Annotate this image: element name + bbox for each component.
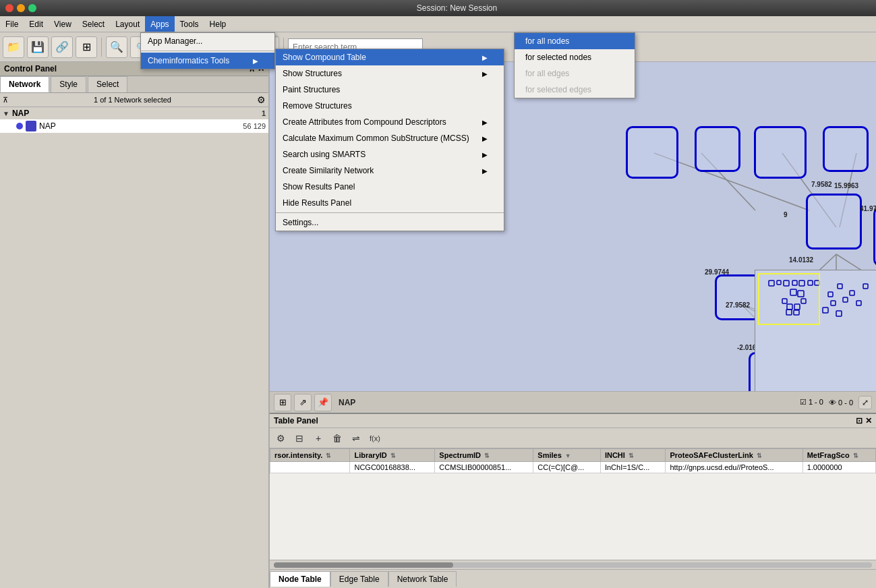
cheminformatics-paint-structures[interactable]: Paint Structures: [276, 82, 504, 98]
sort-icon-cursor: ⇅: [326, 452, 331, 459]
apps-menu-separator: [141, 51, 274, 51]
open-button[interactable]: 📁: [3, 36, 24, 58]
cell-cursor-intensity: [270, 462, 350, 473]
node-10[interactable]: [873, 207, 876, 266]
menu-apps[interactable]: Apps: [145, 16, 174, 32]
menu-help[interactable]: Help: [204, 16, 232, 32]
cell-spectrumid: CCMSLIB00000851...: [435, 462, 533, 473]
tab-edge-table[interactable]: Edge Table: [330, 571, 388, 587]
node-9[interactable]: [806, 194, 862, 249]
table-toolbar: ⚙ ⊟ + 🗑 ⇌ f(x): [270, 428, 876, 448]
calculate-mcss-label: Calculate Maximum Common SubStructure (M…: [283, 134, 469, 143]
apps-cheminformatics[interactable]: Cheminformatics Tools ▶: [141, 53, 274, 69]
menu-tools[interactable]: Tools: [175, 16, 204, 32]
node-11[interactable]: [715, 274, 761, 320]
col-libraryid[interactable]: LibraryID ⇅: [350, 449, 435, 462]
tab-node-table[interactable]: Node Table: [270, 571, 330, 587]
collapse-all-icon[interactable]: ⊼: [3, 96, 8, 105]
show-structures-arrow: ▶: [482, 70, 488, 78]
compound-selected-nodes[interactable]: for selected nodes: [515, 49, 635, 65]
cheminformatics-show-structures[interactable]: Show Structures ▶: [276, 65, 504, 82]
cheminformatics-create-attrs[interactable]: Create Attributes from Compound Descript…: [276, 114, 504, 130]
col-smiles-label: Smiles: [537, 451, 561, 459]
minimize-button[interactable]: [17, 4, 25, 12]
close-table-icon[interactable]: ✕: [865, 416, 872, 425]
zoom-in-button[interactable]: 🔍: [106, 36, 127, 58]
cheminformatics-settings[interactable]: Settings...: [276, 214, 504, 231]
col-smiles[interactable]: Smiles ▼: [533, 449, 601, 462]
close-button[interactable]: [5, 4, 13, 12]
share-button[interactable]: 🔗: [51, 36, 73, 58]
node-1[interactable]: [626, 126, 678, 179]
tab-style[interactable]: Style: [51, 76, 86, 92]
horizontal-scrollbar[interactable]: [270, 560, 876, 569]
sort-icon-metfrag: ⇅: [853, 452, 858, 459]
compound-submenu: for all nodes for selected nodes for all…: [514, 32, 635, 98]
col-inchi[interactable]: INCHI ⇅: [600, 449, 666, 462]
col-metfrag[interactable]: MetFragSco ⇅: [802, 449, 875, 462]
tab-network[interactable]: Network: [0, 76, 49, 92]
network-item-counts: 56 129: [243, 122, 266, 130]
table-link-button[interactable]: ⇌: [348, 430, 364, 446]
tab-select[interactable]: Select: [88, 76, 127, 92]
network-settings-icon[interactable]: ⚙: [257, 94, 266, 105]
menu-layout[interactable]: Layout: [110, 16, 145, 32]
cheminformatics-remove-structures[interactable]: Remove Structures: [276, 98, 504, 114]
maximize-table-icon[interactable]: ⊡: [856, 416, 863, 425]
col-spectrumid[interactable]: SpectrumID ⇅: [435, 449, 533, 462]
compound-all-nodes[interactable]: for all nodes: [515, 33, 635, 49]
cheminformatics-show-compound[interactable]: Show Compound Table ▶: [276, 49, 504, 65]
network-panel-content: ⊼ 1 of 1 Network selected ⚙ ▼ NAP 1 NAP …: [0, 93, 268, 588]
col-inchi-label: INCHI: [605, 451, 625, 459]
network-group-nap[interactable]: ▼ NAP 1: [0, 107, 268, 119]
node-2[interactable]: [695, 126, 740, 172]
network-item-nap[interactable]: NAP 56 129: [0, 119, 268, 133]
maximize-button[interactable]: [28, 4, 36, 12]
canvas-right-info: ☑ 1 - 0 👁 0 - 0 ⤢: [800, 396, 872, 409]
table-settings-button[interactable]: ⚙: [272, 430, 289, 446]
minimap: [755, 270, 876, 391]
network-node-icon: [26, 121, 36, 131]
col-proteosafe-label: ProteoSAFeClusterLink: [670, 451, 753, 459]
menu-view[interactable]: View: [49, 16, 77, 32]
menu-select[interactable]: Select: [77, 16, 110, 32]
sort-icon-spectrum: ⇅: [484, 452, 490, 459]
share-view-button[interactable]: ⇗: [294, 394, 312, 411]
fit-button[interactable]: ⤢: [858, 396, 872, 409]
scrollbar-track[interactable]: [274, 562, 872, 568]
scrollbar-thumb[interactable]: [274, 562, 453, 568]
table-add-button[interactable]: +: [310, 430, 326, 446]
cheminformatics-search-smarts[interactable]: Search using SMARTS ▶: [276, 146, 504, 163]
col-proteosafe[interactable]: ProteoSAFeClusterLink ⇅: [666, 449, 802, 462]
cheminformatics-show-results[interactable]: Show Results Panel: [276, 179, 504, 195]
panel-tabs: Network Style Select: [0, 76, 268, 93]
node-count: 56: [243, 122, 251, 130]
create-attrs-label: Create Attributes from Compound Descript…: [283, 117, 446, 127]
canvas-network-name: NAP: [339, 398, 355, 407]
pin-button[interactable]: 📌: [314, 394, 332, 411]
table-delete-button[interactable]: 🗑: [329, 430, 345, 446]
col-metfrag-label: MetFragSco: [807, 451, 850, 459]
node-4[interactable]: [823, 126, 869, 172]
menu-file[interactable]: File: [0, 16, 24, 32]
grid-button[interactable]: ⊞: [76, 36, 97, 58]
table-columns-button[interactable]: ⊟: [291, 430, 308, 446]
cheminformatics-separator: [276, 212, 504, 213]
menubar: File Edit View Select Layout Apps Tools …: [0, 16, 876, 32]
compound-all-edges: for all edges: [515, 65, 635, 82]
table-row[interactable]: NCGC00168838... CCMSLIB00000851... CC(=C…: [270, 462, 876, 473]
save-button[interactable]: 💾: [27, 36, 49, 58]
tab-network-table[interactable]: Network Table: [388, 571, 457, 587]
cheminformatics-hide-results[interactable]: Hide Results Panel: [276, 195, 504, 211]
selected-nodes-info: ☑ 1 - 0: [800, 398, 823, 407]
apps-app-manager[interactable]: App Manager...: [141, 33, 274, 49]
sort-icon-library: ⇅: [390, 452, 396, 459]
node-3[interactable]: [754, 126, 807, 179]
table-function-button[interactable]: f(x): [367, 430, 383, 446]
cheminformatics-submenu: Show Compound Table ▶ Show Structures ▶ …: [275, 49, 504, 231]
col-cursor-intensity[interactable]: rsor.intensity. ⇅: [270, 449, 350, 462]
grid-view-button[interactable]: ⊞: [274, 394, 291, 411]
cheminformatics-create-similarity[interactable]: Create Similarity Network ▶: [276, 163, 504, 179]
cheminformatics-calculate-mcss[interactable]: Calculate Maximum Common SubStructure (M…: [276, 130, 504, 146]
menu-edit[interactable]: Edit: [24, 16, 49, 32]
